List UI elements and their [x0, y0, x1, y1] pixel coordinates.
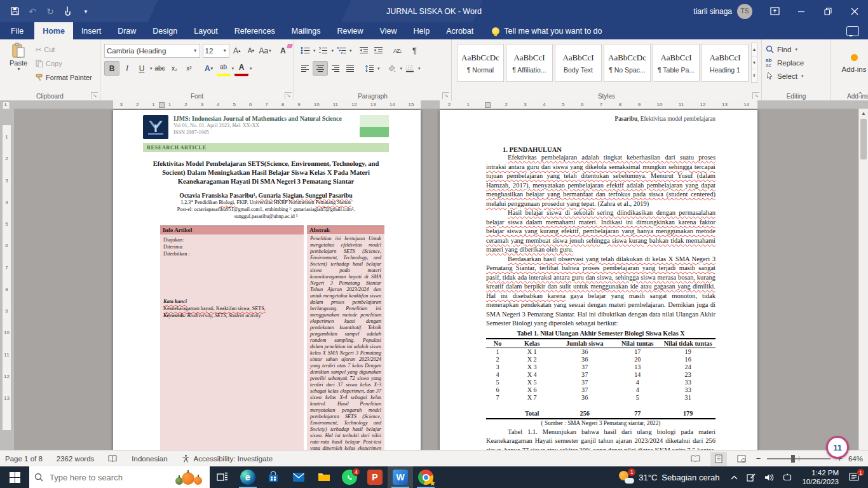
- paragraph-dialog-launcher[interactable]: ↘: [442, 92, 449, 99]
- tab-review[interactable]: Review: [329, 22, 372, 39]
- page-1[interactable]: IJMS: Indonesian Journal of Mathematics …: [113, 110, 421, 450]
- bullets-dropdown[interactable]: ▾: [313, 48, 316, 53]
- multilevel-list-button[interactable]: [334, 44, 348, 57]
- taskbar-edge[interactable]: e: [235, 466, 261, 488]
- tell-me-box[interactable]: Tell me what you want to do: [492, 22, 602, 39]
- numbering-button[interactable]: [316, 44, 330, 57]
- proofing-status[interactable]: [108, 454, 118, 463]
- taskbar-file-explorer[interactable]: [311, 466, 337, 488]
- collapse-ribbon-icon[interactable]: ⌃: [858, 91, 863, 98]
- touch-mode-icon[interactable]: [60, 3, 76, 20]
- grow-font-button[interactable]: A▴: [230, 44, 243, 57]
- strikethrough-button[interactable]: abc: [153, 62, 167, 75]
- styles-scroll-down-icon[interactable]: ▼: [752, 57, 757, 70]
- tab-references[interactable]: References: [226, 22, 283, 39]
- styles-scrollbar[interactable]: ▲ ▼ ⇟: [751, 43, 757, 83]
- indent-marker[interactable]: [485, 102, 491, 108]
- font-color-dropdown[interactable]: ▾: [250, 66, 252, 71]
- highlight-color-button[interactable]: ab: [217, 60, 231, 76]
- taskbar-mail[interactable]: [286, 466, 311, 488]
- bullets-button[interactable]: [298, 44, 312, 57]
- pen-input-icon[interactable]: [743, 466, 759, 488]
- indent-marker[interactable]: [159, 102, 165, 108]
- page-indicator[interactable]: Page 1 of 8: [5, 455, 43, 463]
- scroll-up-icon[interactable]: ▲: [859, 109, 868, 118]
- taskbar-chrome[interactable]: ★: [413, 466, 438, 488]
- font-family-combo[interactable]: Cambria (Heading▼: [104, 44, 200, 58]
- show-hidden-icons-chevron[interactable]: [727, 466, 742, 488]
- zoom-level[interactable]: 64%: [848, 455, 863, 463]
- shading-dropdown[interactable]: ▾: [400, 66, 403, 71]
- tab-layout[interactable]: Layout: [186, 22, 226, 39]
- add-ins-button[interactable]: Add-ins: [835, 43, 868, 85]
- bold-button[interactable]: B: [104, 61, 119, 76]
- select-button[interactable]: Select▾: [766, 69, 827, 83]
- increase-indent-button[interactable]: [372, 44, 386, 57]
- volume-icon[interactable]: [761, 466, 778, 488]
- accessibility-status[interactable]: Accessibility: Investigate: [182, 454, 273, 463]
- page-2[interactable]: Pasaribu, Efektivitas model pembelajaran…: [440, 110, 757, 450]
- borders-button[interactable]: [403, 62, 417, 75]
- task-view-button[interactable]: [210, 466, 235, 488]
- language-indicator[interactable]: Indonesian: [132, 455, 167, 463]
- pumpkins-doodle[interactable]: [175, 469, 205, 485]
- multilevel-dropdown[interactable]: ▾: [349, 48, 352, 53]
- style-card[interactable]: AaBbCcI Heading 1: [702, 44, 749, 82]
- copy-button[interactable]: Copy: [36, 57, 92, 71]
- screen-snip-icon[interactable]: [779, 466, 796, 488]
- numbering-dropdown[interactable]: ▾: [332, 48, 334, 53]
- align-center-button[interactable]: [313, 61, 328, 76]
- undo-icon[interactable]: ↶: [24, 3, 41, 20]
- search-input[interactable]: [48, 472, 170, 483]
- account-name[interactable]: tiarli sinaga: [693, 7, 732, 16]
- restore-button[interactable]: [815, 0, 841, 22]
- tab-draw[interactable]: Draw: [109, 22, 144, 39]
- taskbar-search[interactable]: [29, 466, 210, 488]
- format-painter-button[interactable]: Format Painter: [36, 71, 92, 85]
- save-icon[interactable]: [6, 3, 23, 20]
- zoom-slider[interactable]: [767, 458, 831, 459]
- zoom-out-button[interactable]: −: [756, 454, 761, 463]
- font-dialog-launcher[interactable]: ↘: [285, 92, 292, 99]
- change-case-button[interactable]: Aa▾: [259, 44, 272, 57]
- styles-more-icon[interactable]: ⇟: [752, 69, 757, 83]
- tab-mailings[interactable]: Mailings: [283, 22, 329, 39]
- close-button[interactable]: [841, 0, 868, 22]
- decrease-indent-button[interactable]: [357, 44, 371, 57]
- subscript-button[interactable]: x₂: [168, 62, 182, 75]
- font-size-combo[interactable]: 12▼: [203, 44, 230, 58]
- underline-button[interactable]: U: [135, 62, 149, 75]
- sort-button[interactable]: AZ↓: [391, 44, 405, 57]
- taskbar-store[interactable]: [261, 466, 286, 488]
- tab-help[interactable]: Help: [405, 22, 438, 39]
- comments-icon[interactable]: [846, 26, 859, 36]
- start-button[interactable]: [0, 466, 29, 488]
- weather-widget[interactable]: 1 31°C Sebagian cerah: [613, 470, 726, 484]
- justify-button[interactable]: [343, 62, 357, 75]
- scrollbar-thumb[interactable]: [860, 119, 867, 159]
- tab-design[interactable]: Design: [144, 22, 186, 39]
- floating-count-badge[interactable]: 11: [826, 436, 849, 459]
- align-right-button[interactable]: [329, 62, 342, 75]
- style-card[interactable]: AaBbCcI ¶ Affiliatio...: [506, 44, 553, 82]
- line-spacing-button[interactable]: [362, 62, 376, 75]
- paste-button[interactable]: Paste ▼: [4, 43, 33, 85]
- notification-center-button[interactable]: 1: [845, 466, 865, 488]
- read-mode-button[interactable]: [688, 452, 704, 466]
- vertical-ruler[interactable]: 12345678910111213: [0, 109, 14, 450]
- styles-scroll-up-icon[interactable]: ▲: [752, 43, 757, 57]
- horizontal-ruler[interactable]: 321123456789101112131415 211234567891011…: [0, 100, 868, 109]
- minimize-button[interactable]: [788, 0, 815, 22]
- clock[interactable]: 1:42 PM 10/26/2023: [797, 468, 844, 487]
- tab-home[interactable]: Home: [34, 22, 73, 39]
- tab-acrobat[interactable]: Acrobat: [438, 22, 482, 39]
- vertical-scrollbar[interactable]: ▲: [858, 109, 868, 450]
- print-layout-button[interactable]: [710, 452, 727, 466]
- line-spacing-dropdown[interactable]: ▾: [377, 66, 380, 71]
- clear-formatting-button[interactable]: A: [276, 44, 290, 57]
- avatar[interactable]: TS: [737, 4, 752, 19]
- tab-insert[interactable]: Insert: [73, 22, 109, 39]
- shrink-font-button[interactable]: A▾: [244, 44, 257, 57]
- shading-button[interactable]: [385, 62, 399, 75]
- styles-dialog-launcher[interactable]: ↘: [752, 92, 759, 99]
